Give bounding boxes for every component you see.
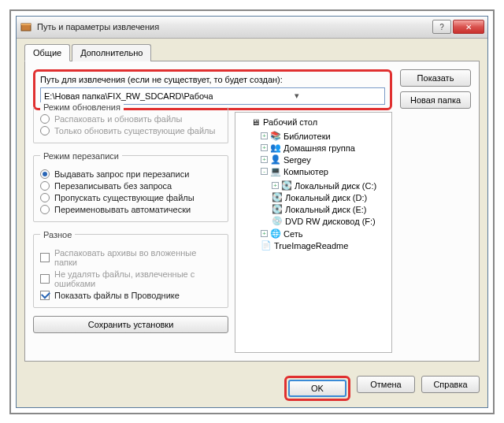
path-value: E:\Новая папка\FIX_RW_SDCARD\Рабочая пап…	[44, 91, 213, 101]
opt-silent[interactable]: Перезаписывать без запроса	[40, 181, 221, 191]
window-title: Путь и параметры извлечения	[37, 22, 432, 32]
drive-icon: 💽	[281, 180, 292, 191]
overwrite-mode-group: Режим перезаписи Выдавать запрос при пер…	[33, 151, 228, 222]
computer-icon: 💻	[270, 166, 281, 177]
network-icon: 🌐	[270, 228, 281, 239]
tree-drive-d[interactable]: 💽Локальный диск (D:)	[272, 192, 388, 203]
opt-skip[interactable]: Пропускать существующие файлы	[40, 193, 221, 202]
opt-keep-broken: Не удалять файлы, извлеченные с ошибками	[40, 269, 221, 288]
libraries-icon: 📚	[270, 131, 281, 142]
tree-drive-e[interactable]: 💽Локальный диск (E:)	[272, 204, 388, 215]
close-button[interactable]: ✕	[453, 20, 484, 34]
help-footer-button[interactable]: Справка	[421, 376, 480, 393]
folder-tree[interactable]: 🖥Рабочий стол +📚Библиотеки +👥Домашняя гр…	[235, 112, 392, 353]
expand-icon[interactable]: +	[261, 144, 268, 151]
expand-icon[interactable]: +	[261, 132, 268, 139]
tree-homegroup[interactable]: +👥Домашняя группа	[261, 143, 388, 154]
opt-subfolders: Распаковать архивы во вложенные папки	[40, 248, 221, 267]
ok-button[interactable]: OK	[288, 380, 346, 397]
drive-icon: 💽	[272, 192, 283, 203]
opt-extract-update: Распаковать и обновить файлы	[40, 114, 221, 124]
opt-only-update: Только обновить существующие файлы	[40, 126, 221, 135]
expand-icon[interactable]: +	[272, 182, 279, 189]
user-icon: 👤	[270, 154, 281, 165]
homegroup-icon: 👥	[270, 143, 281, 154]
tree-libraries[interactable]: +📚Библиотеки	[261, 131, 388, 142]
tree-network[interactable]: +🌐Сеть	[261, 228, 388, 239]
expand-icon[interactable]: +	[261, 230, 268, 237]
opt-ask[interactable]: Выдавать запрос при перезаписи	[40, 169, 221, 179]
tree-item-file[interactable]: 📄TrueImageReadme	[261, 240, 388, 251]
titlebar: Путь и параметры извлечения ? ✕	[17, 17, 487, 39]
svg-rect-1	[21, 24, 31, 25]
tree-desktop[interactable]: 🖥Рабочий стол +📚Библиотеки +👥Домашняя гр…	[250, 117, 388, 252]
tab-general[interactable]: Общие	[24, 44, 70, 61]
new-folder-button[interactable]: Новая папка	[400, 91, 471, 109]
dropdown-icon: ▾	[213, 91, 381, 101]
expand-icon[interactable]: +	[261, 156, 268, 163]
collapse-icon[interactable]: -	[261, 168, 268, 175]
display-button[interactable]: Показать	[400, 69, 471, 87]
app-icon	[20, 20, 32, 33]
opt-show-explorer[interactable]: Показать файлы в Проводнике	[40, 291, 221, 300]
desktop-icon: 🖥	[250, 117, 261, 128]
misc-group: Разное Распаковать архивы во вложенные п…	[33, 230, 228, 308]
dvd-icon: 💿	[272, 216, 283, 227]
path-label: Путь для извлечения (если не существует,…	[40, 75, 385, 84]
file-icon: 📄	[261, 240, 272, 251]
tree-computer[interactable]: -💻Компьютер +💽Локальный диск (C:) 💽Локал…	[261, 166, 388, 228]
ok-highlight: OK	[284, 376, 350, 401]
drive-icon: 💽	[272, 204, 283, 215]
tab-advanced[interactable]: Дополнительно	[72, 44, 151, 61]
save-settings-button[interactable]: Сохранить установки	[33, 316, 228, 333]
opt-rename[interactable]: Переименовывать автоматически	[40, 205, 221, 214]
help-button[interactable]: ?	[432, 20, 451, 34]
update-mode-group: Режим обновления Распаковать и обновить …	[33, 102, 228, 143]
tree-user[interactable]: +👤Sergey	[261, 154, 388, 165]
tree-drive-f[interactable]: 💿DVD RW дисковод (F:)	[272, 216, 388, 227]
cancel-button[interactable]: Отмена	[357, 376, 415, 393]
tree-drive-c[interactable]: +💽Локальный диск (C:)	[272, 180, 388, 191]
